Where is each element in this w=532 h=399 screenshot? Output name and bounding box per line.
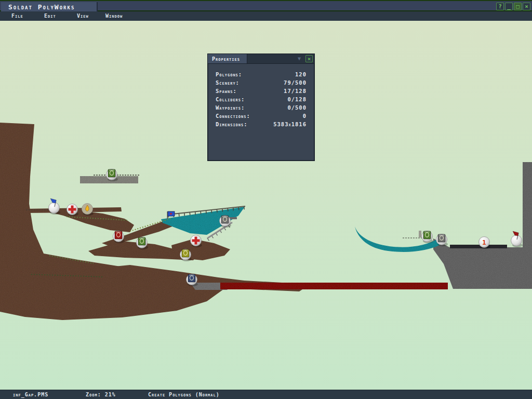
titlebar[interactable]: Soldat PolyWorks ? _ □ × [0,0,532,11]
properties-panel-body: Polygons: 120 Scenery: 79/500 Spawns: 17… [208,64,314,128]
menubar: File Edit View Window [0,11,532,21]
scenery-dark-platform[interactable] [450,245,507,248]
property-label: Spawns: [216,87,237,95]
properties-panel-tab[interactable]: Properties [208,54,247,63]
status-zoom: Zoom: 21% [86,392,116,397]
minimize-button[interactable]: _ [505,3,513,10]
property-value: 5383x1816 [273,120,307,128]
properties-panel-header[interactable]: Properties ▼ × [208,54,314,64]
property-label: Waypoints: [216,103,245,112]
property-value: 0/500 [287,103,307,112]
title-tab: Soldat PolyWorks [1,2,98,11]
property-row-dimensions: Dimensions: 5383x1816 [208,120,314,128]
property-label: Connections: [216,112,250,120]
statusbar: inf_Gap.PMS Zoom: 21% Create Polygons (N… [0,390,532,399]
property-value: 0 [303,112,307,120]
property-label: Scenery: [216,78,240,87]
property-value: 0/128 [287,95,307,103]
property-label: Colliders: [216,95,245,103]
help-button[interactable]: ? [496,3,504,10]
property-value: 120 [295,70,307,78]
property-row-scenery: Scenery: 79/500 [208,78,314,87]
property-label: Polygons: [216,70,242,78]
property-row-waypoints: Waypoints: 0/500 [208,103,314,112]
property-row-polygons: Polygons: 120 [208,70,314,78]
close-button[interactable]: × [523,3,530,10]
property-row-spawns: Spawns: 17/128 [208,87,314,95]
scenery-statue [419,231,421,237]
panel-close-button[interactable]: × [305,55,313,62]
menu-file[interactable]: File [11,13,23,19]
property-value: 17/128 [284,87,307,95]
window-controls: ? _ □ × [496,3,530,10]
properties-panel[interactable]: Properties ▼ × Polygons: 120 Scenery: 79… [207,54,315,161]
svg-text:1: 1 [482,238,486,246]
terrain-lava-strip[interactable] [220,283,448,289]
map-canvas[interactable]: 1 Properties ▼ × Polygons: 120 Scenery: … [0,21,532,390]
status-filename: inf_Gap.PMS [13,392,48,397]
window-title: Soldat PolyWorks [8,3,75,11]
menu-edit[interactable]: Edit [44,13,56,19]
property-value: 79/500 [284,78,307,87]
menu-window[interactable]: Window [105,13,123,19]
menu-view[interactable]: View [77,13,89,19]
app-window: Soldat PolyWorks ? _ □ × File Edit View … [0,0,532,399]
maximize-button[interactable]: □ [514,3,522,10]
property-label: Dimensions: [216,120,248,128]
properties-panel-title: Properties [212,56,240,62]
property-row-colliders: Colliders: 0/128 [208,95,314,103]
chevron-down-icon[interactable]: ▼ [298,56,301,61]
status-tool: Create Polygons (Normal) [148,392,220,397]
property-row-connections: Connections: 0 [208,112,314,120]
